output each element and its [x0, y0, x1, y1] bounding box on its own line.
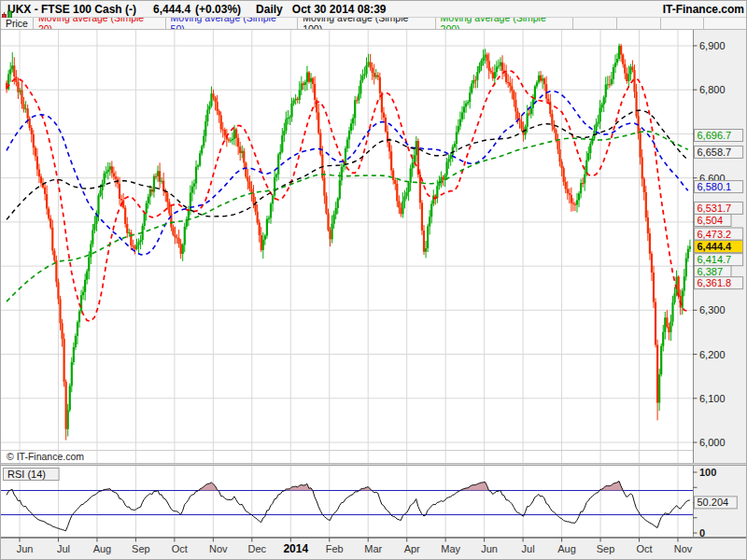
svg-text:Jul: Jul: [57, 543, 70, 554]
svg-text:6,414.7: 6,414.7: [698, 254, 732, 265]
svg-text:Dec: Dec: [248, 543, 267, 554]
chart-application-window: UKX - FTSE 100 Cash (-) 6,444.4 (+0.03%)…: [0, 0, 747, 560]
brand-logo-text: IT-Finance.com: [663, 3, 744, 16]
legend-empty-cell: [617, 18, 661, 29]
svg-text:6,696.7: 6,696.7: [698, 130, 732, 141]
svg-text:0: 0: [699, 527, 705, 538]
svg-text:Oct: Oct: [172, 543, 188, 554]
legend-item-sma100[interactable]: Moving average (Simple 100): [298, 18, 435, 29]
legend-item-sma20[interactable]: Moving average (Simple 20): [34, 18, 166, 29]
rsi-indicator-canvas[interactable]: 100050.204RSI (14): [1, 466, 747, 538]
svg-text:Aug: Aug: [93, 543, 112, 554]
svg-text:May: May: [441, 543, 460, 554]
svg-text:6,580.1: 6,580.1: [698, 181, 732, 192]
svg-text:Mar: Mar: [364, 543, 382, 554]
svg-text:100: 100: [699, 467, 716, 478]
svg-text:6,361.8: 6,361.8: [698, 277, 732, 288]
datetime: Oct 30 2014 08:39: [292, 3, 387, 16]
title-bar: UKX - FTSE 100 Cash (-) 6,444.4 (+0.03%)…: [1, 1, 747, 18]
svg-text:RSI (14): RSI (14): [7, 469, 46, 480]
svg-text:6,444.4: 6,444.4: [698, 241, 733, 252]
svg-text:Feb: Feb: [326, 543, 344, 554]
svg-text:6,387: 6,387: [698, 266, 724, 277]
last-price: 6,444.4: [153, 3, 190, 16]
indicator-legend-bar: PriceMoving average (Simple 20)Moving av…: [1, 18, 747, 30]
svg-text:6,531.7: 6,531.7: [698, 203, 732, 214]
price-change: (+0.03%): [195, 3, 241, 16]
legend-empty-cell: [704, 18, 747, 29]
time-axis: JunJulAugSepOctNovDec2014FebMarAprMayJun…: [1, 538, 747, 560]
svg-text:Jun: Jun: [481, 543, 498, 554]
legend-item-price[interactable]: Price: [1, 18, 34, 29]
svg-text:Apr: Apr: [404, 543, 420, 554]
svg-text:50.204: 50.204: [698, 497, 729, 508]
legend-empty-cell: [573, 18, 617, 29]
svg-text:6,300: 6,300: [699, 304, 726, 315]
svg-text:Sep: Sep: [597, 543, 615, 554]
axis-value-labels: 6,696.76,658.76,580.16,531.76,5046,473.2…: [695, 130, 743, 289]
price-chart-canvas[interactable]: © IT-Finance.com6,0006,1006,2006,3006,40…: [1, 30, 747, 463]
copyright-text: © IT-Finance.com: [7, 451, 84, 462]
svg-text:6,900: 6,900: [699, 40, 726, 51]
svg-text:Oct: Oct: [636, 543, 652, 554]
svg-text:Sep: Sep: [132, 543, 150, 554]
svg-text:6,473.2: 6,473.2: [698, 229, 732, 240]
svg-text:2014: 2014: [283, 542, 308, 555]
svg-text:6,658.7: 6,658.7: [698, 147, 732, 158]
svg-text:6,200: 6,200: [699, 349, 726, 360]
svg-text:6,000: 6,000: [699, 437, 726, 448]
svg-text:Jun: Jun: [17, 543, 34, 554]
svg-text:Aug: Aug: [557, 543, 576, 554]
legend-item-sma50[interactable]: Moving average (Simple 50): [166, 18, 299, 29]
svg-text:Nov: Nov: [674, 543, 693, 554]
svg-text:Jul: Jul: [522, 543, 535, 554]
symbol-title: UKX - FTSE 100 Cash (-): [7, 3, 136, 16]
legend-empty-cell: [661, 18, 705, 29]
svg-text:Nov: Nov: [209, 543, 228, 554]
legend-item-sma200[interactable]: Moving average (Simple 200): [436, 18, 573, 29]
svg-text:6,800: 6,800: [699, 84, 726, 95]
svg-text:6,504: 6,504: [698, 215, 724, 226]
timeframe: Daily: [256, 3, 283, 16]
svg-text:6,100: 6,100: [699, 393, 726, 404]
